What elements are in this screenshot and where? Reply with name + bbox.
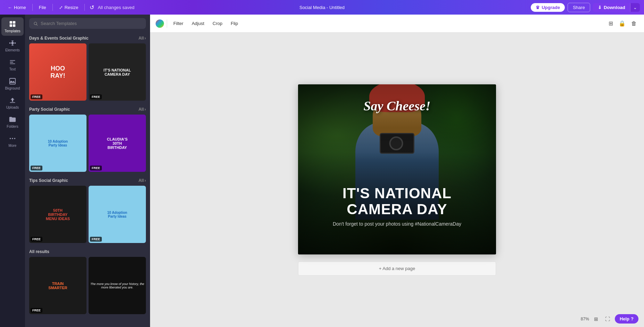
search-box [29, 18, 146, 29]
section-header-party: Party Social Graphic All › [29, 103, 146, 115]
svg-point-8 [10, 138, 11, 139]
template-card-menu[interactable]: 50THBIRTHDAYMENU IDEAS FREE [29, 186, 86, 243]
free-badge: FREE [31, 94, 42, 99]
share-button[interactable]: Share [568, 3, 590, 12]
home-icon: ← [8, 5, 12, 10]
sidebar-item-elements[interactable]: Elements [1, 36, 24, 55]
template-card-quote[interactable]: The more you know of your history, the m… [89, 257, 146, 314]
templates-panel: Days & Events Social Graphic All › HOORA… [25, 15, 150, 327]
svg-rect-7 [10, 78, 16, 84]
doc-title-area: Social Media - Untitled [299, 5, 345, 10]
image-toolbar: Filter Adjust Crop Flip ⊞ 🔒 🗑 [150, 15, 644, 33]
sidebar-item-templates[interactable]: Templates [1, 17, 24, 36]
free-badge: FREE [90, 94, 102, 99]
template-card-camera-day[interactable]: IT'S NATIONALCAMERA DAY FREE [89, 43, 146, 101]
trash-button[interactable]: 🗑 [629, 19, 638, 28]
folder-icon [9, 116, 16, 123]
bottom-bar: 87% ⊞ ⛶ Help ? [581, 314, 638, 324]
section-header-days-events: Days & Events Social Graphic All › [29, 32, 146, 43]
svg-rect-5 [9, 42, 11, 44]
search-icon [33, 21, 38, 26]
filter-button[interactable]: Filter [170, 19, 187, 28]
more-icon [9, 135, 16, 142]
svg-rect-0 [10, 21, 12, 24]
sidebar-item-text[interactable]: Text [1, 56, 24, 74]
bg-icon [9, 77, 16, 85]
home-button[interactable]: ← Home [4, 3, 30, 11]
separator-3 [84, 4, 85, 11]
adjust-button[interactable]: Adjust [188, 19, 208, 28]
template-card-adoption[interactable]: 10 AdoptionParty Ideas FREE [29, 115, 86, 172]
sidebar-item-background[interactable]: Bkground [1, 75, 24, 93]
svg-rect-2 [10, 24, 12, 27]
file-button[interactable]: File [35, 3, 50, 11]
flip-button[interactable]: Flip [227, 19, 241, 28]
templates-scroll: Days & Events Social Graphic All › HOORA… [25, 32, 150, 327]
canvas-wrapper: ☰ ▦ [288, 33, 506, 327]
sidebar-item-more[interactable]: More [1, 132, 24, 150]
toolbar-right: ⊞ 🔒 🗑 [607, 18, 638, 28]
template-card-hooray[interactable]: HOORAY! FREE [29, 43, 86, 101]
section-header-all: All results [29, 246, 146, 257]
templates-grid-all: TRAINSMARTER FREE The more you know of y… [29, 257, 146, 314]
download-icon: ⇓ [598, 5, 602, 10]
download-dropdown-button[interactable]: ⌄ [630, 3, 640, 12]
text-icon [9, 58, 16, 66]
lock-button[interactable]: 🔒 [617, 18, 627, 28]
upgrade-button[interactable]: ♛ Upgrade [531, 3, 565, 12]
svg-rect-6 [15, 42, 16, 44]
chevron-right-icon: › [145, 178, 146, 183]
canvas-card[interactable]: ☰ ▦ [298, 84, 496, 254]
topbar-left: ← Home File ⤢ Resize ↺ All changes saved [4, 3, 134, 12]
toolbar-separator-1 [167, 19, 167, 28]
sidebar-item-folders[interactable]: Folders [1, 113, 24, 131]
help-button[interactable]: Help ? [615, 314, 638, 324]
svg-rect-3 [13, 24, 15, 27]
separator-1 [32, 4, 33, 11]
fullscreen-button[interactable]: ⛶ [603, 315, 612, 323]
changes-saved-label: All changes saved [98, 5, 134, 10]
chevron-right-icon: › [145, 107, 146, 112]
svg-point-11 [34, 22, 37, 25]
canvas-image-area: Say Cheese! IT'S NATIONAL CAMERA DAY Don… [298, 84, 496, 254]
zoom-percentage: 87% [581, 317, 589, 321]
camera-day-subtitle: Don't forget to post your photos using #… [308, 221, 486, 227]
uploads-icon [9, 97, 16, 104]
section-all-tips[interactable]: All › [139, 178, 146, 183]
free-badge: FREE [31, 237, 42, 242]
free-badge: FREE [90, 237, 102, 242]
crown-icon: ♛ [536, 5, 540, 10]
undo-button[interactable]: ↺ [88, 3, 96, 12]
main-layout: Templates Elements Text Bkground [0, 15, 644, 327]
templates-grid-tips: 50THBIRTHDAYMENU IDEAS FREE 10 AdoptionP… [29, 186, 146, 243]
template-card-train[interactable]: TRAINSMARTER FREE [29, 257, 86, 314]
resize-button[interactable]: ⤢ Resize [56, 3, 82, 11]
template-card-adoption2[interactable]: 10 AdoptionParty Ideas FREE [89, 186, 146, 243]
elements-icon [9, 39, 16, 47]
grid-view-button[interactable]: ⊞ [607, 18, 615, 28]
search-input[interactable] [41, 21, 142, 26]
templates-grid-days: HOORAY! FREE IT'S NATIONALCAMERA DAY FRE… [29, 43, 146, 101]
resize-icon: ⤢ [59, 5, 63, 10]
say-cheese-text: Say Cheese! [298, 98, 496, 114]
svg-point-10 [14, 138, 16, 139]
svg-line-12 [36, 24, 38, 25]
topbar-right: ♛ Upgrade Share ⇓ Download ⌄ [531, 3, 640, 12]
sidebar-item-uploads[interactable]: Uploads [1, 94, 24, 112]
crop-button[interactable]: Crop [209, 19, 226, 28]
camera-day-title: IT'S NATIONAL CAMERA DAY [308, 185, 486, 217]
svg-point-9 [12, 138, 13, 139]
camera-day-text: IT'S NATIONAL CAMERA DAY Don't forget to… [308, 185, 486, 226]
download-button[interactable]: ⇓ Download [593, 3, 630, 12]
section-all-days[interactable]: All › [139, 36, 146, 41]
section-header-tips: Tips Social Graphic All › [29, 175, 146, 186]
chevron-right-icon: › [145, 36, 146, 41]
color-picker[interactable] [156, 19, 164, 28]
template-card-birthday[interactable]: CLAUDIA'S30THBIRTHDAY FREE [89, 115, 146, 172]
templates-icon [9, 20, 16, 28]
section-all-party[interactable]: All › [139, 107, 146, 112]
sidebar-icons: Templates Elements Text Bkground [0, 15, 25, 327]
add-page-button[interactable]: + Add a new page [298, 261, 496, 276]
grid-layout-button[interactable]: ⊞ [592, 315, 600, 323]
doc-title: Social Media - Untitled [299, 5, 345, 10]
